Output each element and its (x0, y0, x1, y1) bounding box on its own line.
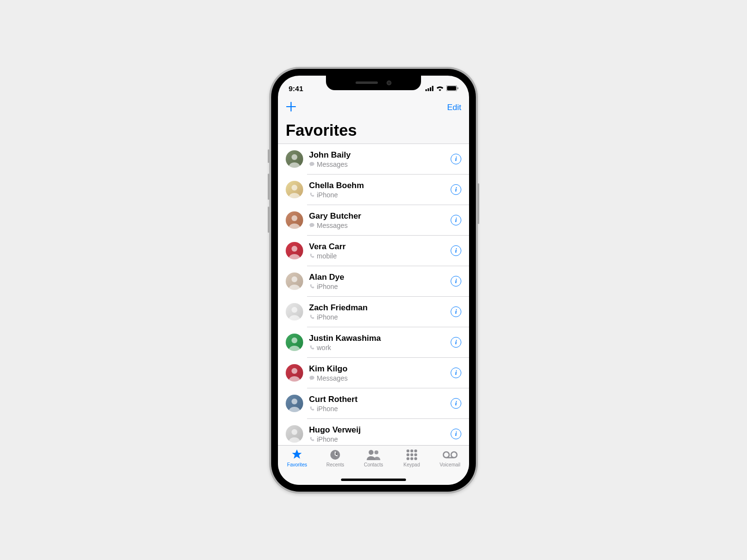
camera (387, 80, 391, 85)
contact-subtitle: work (309, 344, 451, 352)
svg-point-12 (292, 307, 297, 313)
avatar (286, 425, 303, 443)
svg-point-18 (369, 450, 374, 455)
tab-label: Keypad (404, 462, 420, 467)
edit-button[interactable]: Edit (447, 103, 461, 112)
screen: 9:41 Edit (278, 76, 469, 485)
info-button[interactable]: i (451, 184, 461, 195)
svg-point-21 (410, 449, 413, 452)
contact-name: Curt Rothert (309, 394, 451, 404)
svg-point-25 (414, 453, 417, 456)
avatar (286, 334, 303, 351)
info-button[interactable]: i (451, 215, 461, 225)
star-icon (291, 448, 303, 461)
row-content: John Baily Messages (309, 150, 451, 168)
row-content: Curt Rothert iPhone (309, 394, 451, 413)
contact-name: Zach Friedman (309, 303, 451, 313)
mute-switch (268, 149, 269, 163)
cellular-icon (425, 84, 434, 93)
svg-point-22 (414, 449, 417, 452)
tab-label: Voicemail (439, 462, 460, 467)
contact-subtitle: iPhone (309, 435, 451, 443)
contact-name: John Baily (309, 150, 451, 160)
svg-point-7 (292, 154, 297, 160)
favorite-row[interactable]: Kim Kilgo Messages i (278, 358, 469, 388)
svg-point-11 (292, 276, 297, 282)
phone-icon (309, 192, 315, 198)
svg-point-30 (451, 452, 457, 458)
home-indicator[interactable] (341, 479, 406, 481)
favorite-row[interactable]: Hugo Verweij iPhone i (278, 419, 469, 445)
favorite-row[interactable]: Curt Rothert iPhone i (278, 388, 469, 419)
svg-point-13 (292, 337, 297, 343)
contact-name: Alan Dye (309, 272, 451, 282)
tab-label: Recents (326, 462, 344, 467)
phone-icon (309, 436, 315, 442)
contact-subtitle: mobile (309, 252, 451, 260)
row-content: Justin Kawashima work (309, 333, 451, 352)
favorite-row[interactable]: John Baily Messages i (278, 144, 469, 175)
avatar (286, 303, 303, 320)
svg-point-14 (292, 368, 297, 374)
message-icon (309, 223, 315, 228)
tab-favorites[interactable]: Favorites (278, 448, 316, 485)
contact-sub-label: Messages (317, 222, 348, 229)
favorite-row[interactable]: Vera Carr mobile i (278, 236, 469, 266)
contact-subtitle: Messages (309, 374, 451, 382)
info-button[interactable]: i (451, 398, 461, 409)
favorite-row[interactable]: Chella Boehm iPhone i (278, 175, 469, 205)
contact-subtitle: iPhone (309, 313, 451, 321)
svg-point-15 (292, 399, 297, 404)
row-content: Chella Boehm iPhone (309, 180, 451, 199)
favorite-row[interactable]: Gary Butcher Messages i (278, 205, 469, 236)
info-button[interactable]: i (451, 306, 461, 317)
svg-point-8 (292, 185, 297, 191)
tab-voicemail[interactable]: Voicemail (431, 448, 469, 485)
info-button[interactable]: i (451, 245, 461, 256)
contact-sub-label: iPhone (317, 283, 338, 290)
contact-name: Gary Butcher (309, 211, 451, 221)
contact-sub-label: mobile (317, 252, 337, 260)
svg-rect-3 (432, 86, 434, 91)
contact-name: Justin Kawashima (309, 333, 451, 343)
status-indicators (425, 84, 458, 93)
info-button[interactable]: i (451, 276, 461, 287)
contact-sub-label: work (317, 344, 331, 352)
row-content: Kim Kilgo Messages (309, 364, 451, 382)
avatar (286, 272, 303, 290)
avatar (286, 211, 303, 229)
page-title: Favorites (278, 118, 469, 144)
contact-sub-label: iPhone (317, 313, 338, 321)
contact-name: Chella Boehm (309, 180, 451, 191)
favorite-row[interactable]: Alan Dye iPhone i (278, 266, 469, 297)
favorite-row[interactable]: Zach Friedman iPhone i (278, 297, 469, 327)
contact-subtitle: Messages (309, 160, 451, 168)
phone-icon (309, 284, 315, 289)
info-button[interactable]: i (451, 429, 461, 439)
add-button[interactable] (286, 101, 296, 114)
message-icon (309, 375, 315, 381)
svg-point-19 (374, 450, 378, 454)
contact-sub-label: Messages (317, 160, 348, 168)
row-content: Zach Friedman iPhone (309, 303, 451, 321)
person-icon (366, 448, 381, 461)
info-button[interactable]: i (451, 154, 461, 164)
avatar (286, 242, 303, 259)
svg-point-27 (410, 457, 413, 460)
contact-sub-label: iPhone (317, 191, 338, 199)
avatar (286, 364, 303, 382)
svg-rect-2 (430, 87, 431, 91)
clock-icon (329, 448, 341, 461)
svg-point-16 (292, 429, 297, 435)
notch (326, 76, 421, 90)
svg-point-28 (414, 457, 417, 460)
info-button[interactable]: i (451, 368, 461, 378)
row-content: Vera Carr mobile (309, 241, 451, 260)
volume-up-button (268, 174, 269, 200)
info-button[interactable]: i (451, 337, 461, 348)
keypad-icon (406, 448, 418, 461)
favorite-row[interactable]: Justin Kawashima work i (278, 327, 469, 358)
status-time: 9:41 (289, 84, 303, 93)
contact-name: Kim Kilgo (309, 364, 451, 374)
svg-point-23 (406, 453, 409, 456)
